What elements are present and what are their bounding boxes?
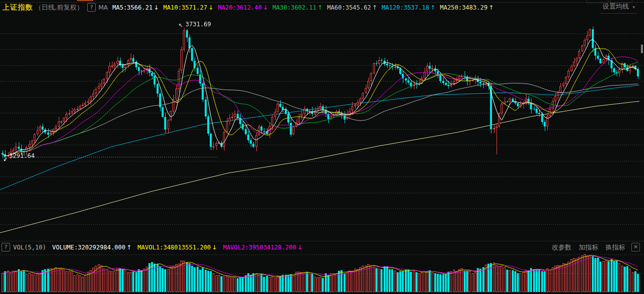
- volume-indicator-label: VOL(5,10): [13, 244, 46, 251]
- volume-trend-arrow-icon: ↑: [127, 244, 132, 251]
- help-icon[interactable]: ?: [87, 3, 96, 12]
- ma5-trend-arrow-icon: ↓: [154, 4, 159, 11]
- scrollbar-thumb[interactable]: [641, 45, 643, 53]
- ma5-value: MA5:3566.21: [112, 4, 153, 11]
- close-icon[interactable]: ×: [631, 243, 640, 251]
- symbol-title: 上证指数: [3, 3, 33, 12]
- volume-panel-actions: 改参数 加指标 换指标 ×: [545, 243, 640, 252]
- ma-settings-button[interactable]: 设置均线 ▾: [600, 1, 637, 14]
- ma10-value: MA10:3571.27: [163, 4, 207, 11]
- ma-settings-label: 设置均线: [602, 3, 629, 10]
- chevron-down-icon: ▾: [632, 5, 635, 10]
- low-price-annotation: 3291.64: [9, 152, 35, 159]
- ma10-trend-arrow-icon: ↓: [208, 4, 213, 11]
- mavol1-trend-arrow-icon: ↓: [212, 244, 217, 251]
- peak-annotation-arrow-icon: ↖: [178, 22, 183, 29]
- ma250-trend-arrow-icon: ↑: [488, 4, 494, 11]
- mavol1-value: MAVOL1:348013551.200: [138, 244, 211, 251]
- volume-bar-chart[interactable]: [0, 253, 644, 294]
- chart-header-bar: 上证指数 （日线,前复权） ? MA MA5:3566.21 ↓ MA10:35…: [0, 0, 644, 15]
- mavol2-value: MAVOL2:395034128.200: [223, 244, 296, 251]
- ma120-value: MA120:3537.18: [382, 4, 429, 11]
- change-params-button[interactable]: 改参数: [552, 243, 572, 252]
- add-indicator-button[interactable]: 加指标: [579, 243, 598, 252]
- mavol2-trend-arrow-icon: ↓: [297, 244, 302, 251]
- switch-indicator-button[interactable]: 换指标: [605, 243, 625, 252]
- help-icon[interactable]: ?: [2, 243, 10, 251]
- ma20-trend-arrow-icon: ↓: [263, 4, 268, 11]
- ma-indicator-label: MA: [98, 4, 108, 11]
- volume-panel-header: ? VOL(5,10) VOLUME:320292984.000 ↑ MAVOL…: [0, 241, 644, 253]
- period-subtitle: （日线,前复权）: [35, 3, 83, 12]
- ma30-trend-arrow-icon: ↑: [317, 4, 322, 11]
- ma120-trend-arrow-icon: ↑: [430, 4, 435, 11]
- stock-app-window: 上证指数 （日线,前复权） ? MA MA5:3566.21 ↓ MA10:35…: [0, 0, 644, 294]
- ma20-value: MA20:3612.40: [218, 4, 262, 11]
- main-candlestick-chart[interactable]: [0, 15, 644, 241]
- peak-price-annotation: 3731.69: [185, 21, 211, 28]
- ma30-value: MA30:3602.11: [273, 4, 317, 11]
- volume-value: VOLUME:320292984.000: [52, 244, 126, 251]
- low-annotation-arrow-icon: ↙: [3, 156, 8, 162]
- ma60-value: MA60:3545.62: [327, 4, 371, 11]
- ma250-value: MA250:3483.29: [440, 4, 487, 11]
- ma60-trend-arrow-icon: ↑: [372, 4, 377, 11]
